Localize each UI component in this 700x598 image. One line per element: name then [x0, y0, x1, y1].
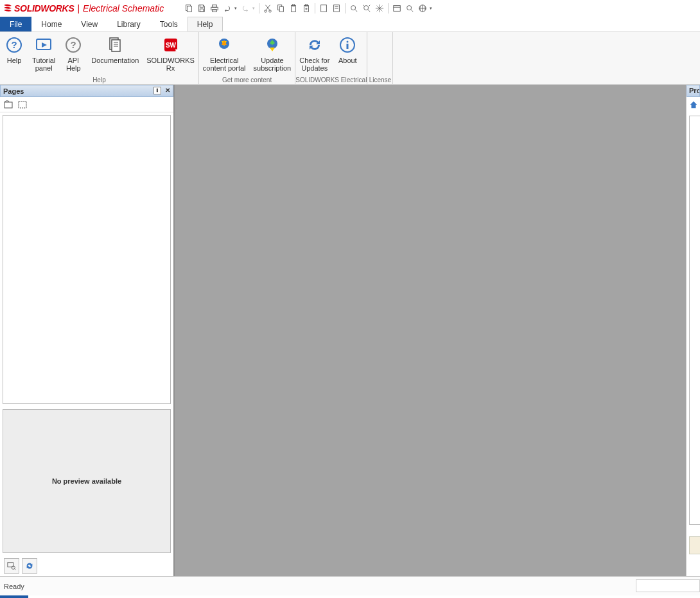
- menu-file[interactable]: File: [0, 17, 31, 31]
- doc2-icon[interactable]: [331, 3, 342, 14]
- svg-point-15: [351, 6, 356, 10]
- ribbon-caption-help: Help: [0, 76, 198, 84]
- about-button[interactable]: About: [333, 32, 362, 76]
- svg-rect-13: [321, 5, 327, 12]
- right-panel-header: Pro: [687, 85, 700, 97]
- menu-tools[interactable]: Tools: [150, 17, 188, 31]
- zoom-fit-icon[interactable]: [361, 3, 372, 14]
- brand-text: SOLIDWORKS: [14, 3, 74, 13]
- ribbon-caption-swe: SOLIDWORKS Electrical: [295, 76, 367, 84]
- ribbon-group-license: License: [367, 32, 393, 84]
- window-icon[interactable]: [391, 3, 403, 14]
- svg-point-33: [347, 41, 349, 43]
- ribbon: ? Help Tutorial panel ? API Help Documen…: [0, 32, 700, 85]
- ribbon-caption-content: Get more content: [199, 76, 295, 84]
- documentation-button[interactable]: Documentation: [87, 32, 143, 76]
- cut-icon[interactable]: [262, 3, 274, 14]
- drawing-canvas[interactable]: [175, 85, 686, 576]
- status-recess: [636, 579, 700, 592]
- svg-rect-1: [188, 6, 192, 12]
- pages-panel-header: Pages ⫿ ✕: [0, 85, 173, 97]
- app-logo: SOLIDWORKS | Electrical Schematic: [3, 3, 164, 13]
- svg-text:?: ?: [11, 39, 17, 50]
- home-icon[interactable]: [688, 100, 699, 110]
- zoom-icon[interactable]: [348, 3, 360, 14]
- portal-icon: [214, 35, 234, 55]
- svg-rect-8: [279, 6, 283, 12]
- preview-area: No preview available: [3, 409, 171, 553]
- titlebar: SOLIDWORKS | Electrical Schematic ▾ ▾ ▾: [0, 0, 700, 17]
- svg-point-16: [364, 6, 369, 10]
- svg-point-18: [407, 6, 412, 10]
- tutorial-button[interactable]: Tutorial panel: [28, 32, 59, 76]
- menu-library[interactable]: Library: [107, 17, 150, 31]
- new-doc-icon[interactable]: [183, 3, 195, 14]
- paste-icon[interactable]: [288, 3, 299, 14]
- api-help-icon: ?: [63, 35, 83, 55]
- redo-dropdown-icon[interactable]: ▾: [252, 6, 256, 11]
- right-content[interactable]: [689, 116, 700, 525]
- right-bottom-box: [689, 536, 700, 554]
- status-text: Ready: [4, 583, 24, 590]
- help-button[interactable]: ? Help: [0, 32, 28, 76]
- pages-tree[interactable]: [3, 115, 171, 404]
- no-preview-text: No preview available: [52, 477, 121, 485]
- print-icon[interactable]: [209, 3, 220, 14]
- bottom-accent: [0, 595, 28, 598]
- new-folder-icon[interactable]: [3, 99, 14, 110]
- play-icon: [33, 35, 54, 55]
- menu-home[interactable]: Home: [31, 17, 71, 31]
- redo-icon[interactable]: [240, 3, 251, 14]
- help-icon: ?: [4, 35, 24, 55]
- svg-text:Rx: Rx: [175, 48, 180, 53]
- svg-rect-17: [394, 6, 401, 12]
- qat-separator-2: [315, 3, 315, 13]
- menu-view[interactable]: View: [71, 17, 107, 31]
- globe-icon[interactable]: [417, 3, 428, 14]
- more-dropdown-icon[interactable]: ▾: [430, 6, 433, 11]
- pages-title: Pages: [3, 87, 24, 95]
- brand-separator: |: [77, 3, 80, 13]
- pin-icon[interactable]: ⫿: [153, 87, 161, 94]
- ribbon-caption-license: License: [367, 76, 392, 84]
- zoom-preview-icon[interactable]: [4, 558, 19, 574]
- documentation-icon: [105, 35, 125, 55]
- check-updates-button[interactable]: Check for Updates: [295, 32, 333, 76]
- right-panel: Pro: [686, 85, 700, 576]
- svg-rect-2: [213, 5, 217, 8]
- solidworks-rx-button[interactable]: SWRx SOLIDWORKS Rx: [143, 32, 198, 76]
- menu-bar: File Home View Library Tools Help: [0, 17, 700, 32]
- pages-bottom-toolbar: [0, 556, 173, 576]
- svg-rect-9: [292, 6, 296, 12]
- find-icon[interactable]: [404, 3, 416, 14]
- svg-rect-26: [112, 40, 120, 51]
- qat-separator: [259, 3, 259, 13]
- undo-dropdown-icon[interactable]: ▾: [234, 6, 238, 11]
- update-subscription-button[interactable]: Update subscription: [250, 32, 295, 76]
- ribbon-group-content: Electrical content portal Update subscri…: [199, 32, 295, 84]
- snap-icon[interactable]: [374, 3, 385, 14]
- refresh-preview-icon[interactable]: [22, 558, 37, 574]
- svg-text:?: ?: [71, 39, 76, 50]
- ds-logo-icon: [3, 3, 13, 13]
- doc1-icon[interactable]: [318, 3, 329, 14]
- api-help-button[interactable]: ? API Help: [59, 32, 87, 76]
- menu-help[interactable]: Help: [188, 17, 223, 31]
- content-portal-button[interactable]: Electrical content portal: [199, 32, 250, 76]
- status-bar: Ready: [0, 576, 700, 595]
- qat-separator-3: [345, 3, 346, 13]
- thumbnail-icon[interactable]: [17, 99, 28, 110]
- svg-rect-36: [19, 101, 26, 108]
- workspace: Pages ⫿ ✕ No preview available Pro: [0, 85, 700, 576]
- save-icon[interactable]: [196, 3, 207, 14]
- pages-panel: Pages ⫿ ✕ No preview available: [0, 85, 175, 576]
- svg-rect-34: [347, 44, 349, 49]
- update-sub-icon: [262, 35, 283, 55]
- undo-icon[interactable]: [222, 3, 233, 14]
- quick-access-toolbar: ▾ ▾ ▾: [183, 3, 433, 14]
- ribbon-group-swe: Check for Updates About SOLIDWORKS Elect…: [295, 32, 367, 84]
- copy-icon[interactable]: [275, 3, 286, 14]
- close-icon[interactable]: ✕: [164, 87, 171, 94]
- refresh-icon: [304, 35, 325, 55]
- paste-special-icon[interactable]: [301, 3, 312, 14]
